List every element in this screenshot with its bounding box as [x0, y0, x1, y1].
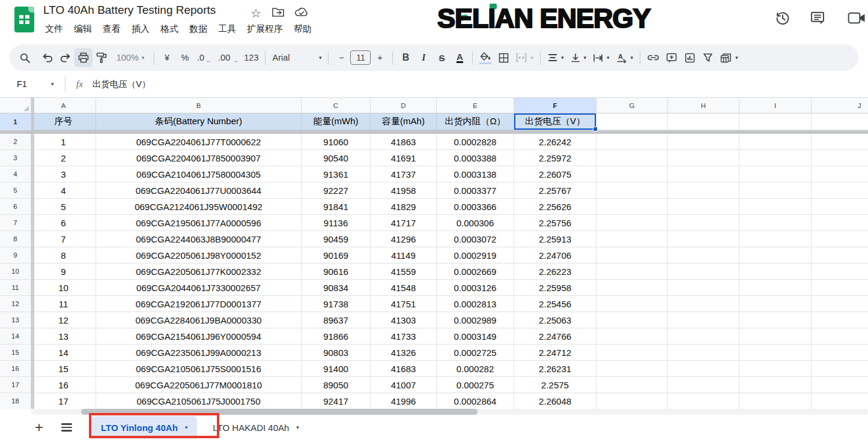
cell-B13[interactable]: 069CGA2284061J9BA0000330	[96, 312, 302, 328]
increase-font-size-button[interactable]: +	[371, 48, 389, 67]
cell-D11[interactable]: 41548	[371, 280, 437, 296]
undo-icon[interactable]	[38, 48, 56, 67]
cell-F7[interactable]: 2.25756	[514, 215, 596, 231]
row-header-14[interactable]: 14	[0, 328, 31, 345]
cell-H16[interactable]	[668, 361, 739, 377]
cell-A7[interactable]: 6	[31, 215, 96, 231]
cell-E12[interactable]: 0.0002813	[437, 296, 514, 312]
cell-H6[interactable]	[668, 199, 739, 215]
cell-F3[interactable]: 2.25972	[514, 150, 596, 166]
cell-F15[interactable]: 2.24712	[514, 345, 596, 361]
cell-E8[interactable]: 0.0003072	[437, 231, 514, 247]
column-header-J[interactable]: J	[812, 98, 868, 113]
cell-J12[interactable]	[812, 296, 868, 312]
cell-F6[interactable]: 2.25626	[514, 199, 596, 215]
cell-G3[interactable]	[596, 150, 668, 166]
cell-H10[interactable]	[668, 264, 739, 280]
insert-comment-icon[interactable]	[663, 48, 681, 67]
menu-help[interactable]: 帮助	[288, 22, 317, 37]
cell-A14[interactable]: 13	[31, 328, 96, 345]
header-cell-F1[interactable]: 出货电压（V）	[514, 113, 596, 130]
cell-I13[interactable]	[739, 312, 812, 328]
cell-J8[interactable]	[812, 231, 868, 247]
cell-J1[interactable]	[812, 113, 868, 130]
sheet-tab-inactive[interactable]: LTO HAKADI 40Ah▾	[205, 416, 306, 439]
cell-E18[interactable]: 0.0002864	[437, 393, 514, 409]
cell-I9[interactable]	[739, 247, 812, 264]
cell-D15[interactable]: 41326	[371, 345, 437, 361]
column-header-A[interactable]: A	[31, 98, 96, 113]
cell-I16[interactable]	[739, 361, 812, 377]
cell-G4[interactable]	[596, 166, 668, 182]
cell-B8[interactable]: 069CGA2244063J8B90000477	[96, 231, 302, 247]
cell-D17[interactable]: 41007	[371, 377, 437, 393]
cell-H2[interactable]	[668, 134, 739, 150]
cell-H4[interactable]	[668, 166, 739, 182]
menu-view[interactable]: 查看	[97, 22, 126, 37]
cell-C10[interactable]: 90616	[302, 264, 371, 280]
row-header-8[interactable]: 8	[0, 231, 31, 247]
cell-J17[interactable]	[812, 377, 868, 393]
cell-G18[interactable]	[596, 393, 668, 409]
text-color-button[interactable]: A	[451, 48, 469, 67]
row-header-18[interactable]: 18	[0, 393, 31, 409]
cell-D16[interactable]: 41683	[371, 361, 437, 377]
row-header-2[interactable]: 2	[0, 134, 31, 150]
row-header-11[interactable]: 11	[0, 280, 31, 296]
cell-B7[interactable]: 069CGA2195061J77A0000596	[96, 215, 302, 231]
cell-C15[interactable]: 90803	[302, 345, 371, 361]
cell-E6[interactable]: 0.0003366	[437, 199, 514, 215]
cell-A2[interactable]: 1	[31, 134, 96, 150]
cell-A16[interactable]: 15	[31, 361, 96, 377]
move-folder-icon[interactable]	[272, 6, 285, 20]
header-cell-B1[interactable]: 条码(Battery Number)	[96, 113, 302, 130]
header-cell-E1[interactable]: 出货内阻（Ω）	[437, 113, 514, 130]
cell-B11[interactable]: 069CGA2044061J7330002657	[96, 280, 302, 296]
cell-F4[interactable]: 2.26075	[514, 166, 596, 182]
horizontal-align-icon[interactable]: ▾	[544, 48, 567, 67]
cell-C2[interactable]: 91060	[302, 134, 371, 150]
cell-C6[interactable]: 91841	[302, 199, 371, 215]
cell-D12[interactable]: 41751	[371, 296, 437, 312]
horizontal-scrollbar[interactable]	[31, 409, 868, 415]
document-title[interactable]: LTO 40Ah Battery Testing Reports	[43, 4, 216, 17]
cell-C4[interactable]: 91361	[302, 166, 371, 182]
cell-I11[interactable]	[739, 280, 812, 296]
cell-C16[interactable]: 91400	[302, 361, 371, 377]
cell-A8[interactable]: 7	[31, 231, 96, 247]
cell-G14[interactable]	[596, 328, 668, 345]
cell-D4[interactable]: 41737	[371, 166, 437, 182]
cell-G6[interactable]	[596, 199, 668, 215]
cell-J11[interactable]	[812, 280, 868, 296]
cell-J18[interactable]	[812, 393, 868, 409]
cell-G2[interactable]	[596, 134, 668, 150]
cell-G16[interactable]	[596, 361, 668, 377]
strikethrough-button[interactable]: S	[432, 48, 451, 67]
cell-J13[interactable]	[812, 312, 868, 328]
cell-C18[interactable]: 92417	[302, 393, 371, 409]
cell-H3[interactable]	[668, 150, 739, 166]
video-call-icon[interactable]	[846, 10, 868, 29]
cell-B18[interactable]: 069CGA2105061J75J0001750	[96, 393, 302, 409]
row-header-10[interactable]: 10	[0, 264, 31, 280]
borders-icon[interactable]	[494, 48, 512, 67]
cell-B17[interactable]: 069CGA2205061J77M0001810	[96, 377, 302, 393]
cell-E2[interactable]: 0.0002828	[437, 134, 514, 150]
sheet-tab-active[interactable]: LTO Yinlong 40Ah▾	[91, 416, 197, 439]
cell-H1[interactable]	[668, 113, 739, 130]
cell-B10[interactable]: 069CGA2205061J77K0002332	[96, 264, 302, 280]
row-header-3[interactable]: 3	[0, 150, 31, 166]
cell-I12[interactable]	[739, 296, 812, 312]
cell-I15[interactable]	[739, 345, 812, 361]
cell-E5[interactable]: 0.0003377	[437, 182, 514, 199]
row-header-7[interactable]: 7	[0, 215, 31, 231]
cell-G12[interactable]	[596, 296, 668, 312]
cell-J5[interactable]	[812, 182, 868, 199]
cell-B6[interactable]: 069CGA2124061J95W0001492	[96, 199, 302, 215]
cell-I18[interactable]	[739, 393, 812, 409]
cell-E4[interactable]: 0.0003138	[437, 166, 514, 182]
add-sheet-button[interactable]: +	[35, 421, 43, 433]
cell-A6[interactable]: 5	[31, 199, 96, 215]
cell-H8[interactable]	[668, 231, 739, 247]
cell-J16[interactable]	[812, 361, 868, 377]
